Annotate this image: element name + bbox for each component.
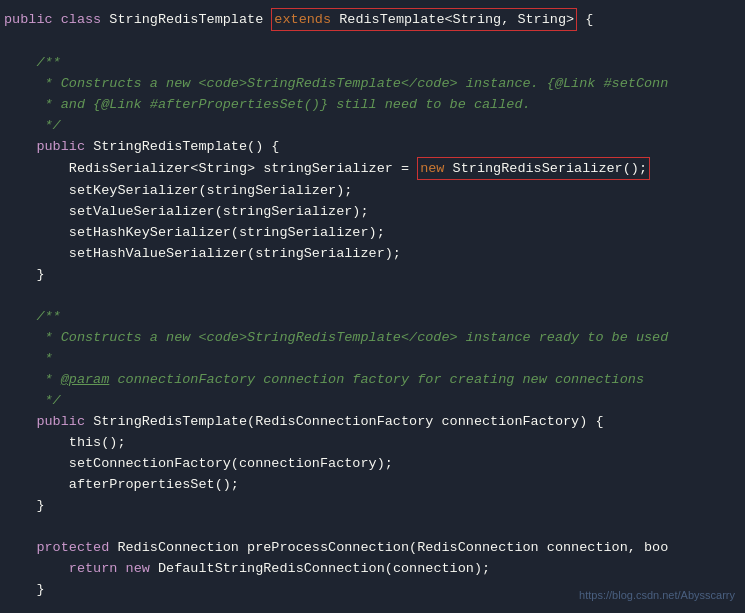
code-line-14 xyxy=(0,285,745,306)
keyword-new-2: new xyxy=(126,561,158,576)
keyword-public-2: public xyxy=(4,139,93,154)
line-content-26: protected RedisConnection preProcessConn… xyxy=(0,537,745,558)
code-line-26: protected RedisConnection preProcessConn… xyxy=(0,537,745,558)
line-content-9: setKeySerializer(stringSerializer); xyxy=(0,180,745,201)
pre-process-connection-decl: RedisConnection preProcessConnection(Red… xyxy=(117,540,668,555)
code-line-4: * Constructs a new <code>StringRedisTemp… xyxy=(0,73,745,94)
line-content-17: * xyxy=(0,348,745,369)
line-content-22: setConnectionFactory(connectionFactory); xyxy=(0,453,745,474)
line-content-5: * and {@Link #afterPropertiesSet()} stil… xyxy=(0,94,745,115)
line-content-4: * Constructs a new <code>StringRedisTemp… xyxy=(0,73,745,94)
close-brace-2: } xyxy=(4,498,45,513)
keyword-public: public xyxy=(4,12,61,27)
code-line-2 xyxy=(0,31,745,52)
code-line-19: */ xyxy=(0,390,745,411)
line-content-7: public StringRedisTemplate() { xyxy=(0,136,745,157)
keyword-class: class xyxy=(61,12,110,27)
line-content-8: RedisSerializer<String> stringSerializer… xyxy=(0,157,745,180)
keyword-public-3: public xyxy=(4,414,93,429)
code-line-25 xyxy=(0,516,745,537)
code-line-12: setHashValueSerializer(stringSerializer)… xyxy=(0,243,745,264)
comment-param-prefix: * xyxy=(4,372,61,387)
comment-star-2: * xyxy=(4,351,53,366)
extends-highlight: extends RedisTemplate<String, String> xyxy=(271,8,577,31)
line-content-14 xyxy=(0,285,745,306)
code-editor: public class StringRedisTemplate extends… xyxy=(0,0,745,613)
this-call: this(); xyxy=(4,435,126,450)
close-brace-3: } xyxy=(4,582,45,597)
code-line-22: setConnectionFactory(connectionFactory); xyxy=(0,453,745,474)
code-line-8: RedisSerializer<String> stringSerializer… xyxy=(0,157,745,180)
line-content-21: this(); xyxy=(0,432,745,453)
line-content-15: /** xyxy=(0,306,745,327)
extends-keyword: extends xyxy=(274,12,331,27)
class-name: StringRedisTemplate xyxy=(109,12,271,27)
watermark: https://blog.csdn.net/Abysscarry xyxy=(579,587,735,605)
default-string-redis-connection: DefaultStringRedisConnection(connection)… xyxy=(158,561,490,576)
code-line-5: * and {@Link #afterPropertiesSet()} stil… xyxy=(0,94,745,115)
constructor-2: StringRedisTemplate(RedisConnectionFacto… xyxy=(93,414,603,429)
code-line-18: * @param connectionFactory connection fa… xyxy=(0,369,745,390)
line-content-12: setHashValueSerializer(stringSerializer)… xyxy=(0,243,745,264)
code-line-20: public StringRedisTemplate(RedisConnecti… xyxy=(0,411,745,432)
line-content-10: setValueSerializer(stringSerializer); xyxy=(0,201,745,222)
line-content-25 xyxy=(0,516,745,537)
set-hash-key-serializer: setHashKeySerializer(stringSerializer); xyxy=(4,225,385,240)
line-content-11: setHashKeySerializer(stringSerializer); xyxy=(0,222,745,243)
set-value-serializer: setValueSerializer(stringSerializer); xyxy=(4,204,369,219)
line-content-24: } xyxy=(0,495,745,516)
comment-close-2: */ xyxy=(4,393,61,408)
code-line-23: afterPropertiesSet(); xyxy=(0,474,745,495)
code-line-16: * Constructs a new <code>StringRedisTemp… xyxy=(0,327,745,348)
code-line-9: setKeySerializer(stringSerializer); xyxy=(0,180,745,201)
code-line-10: setValueSerializer(stringSerializer); xyxy=(0,201,745,222)
serializer-decl: RedisSerializer<String> stringSerializer… xyxy=(4,161,417,176)
code-line-6: */ xyxy=(0,115,745,136)
new-instance: StringRedisSerializer(); xyxy=(453,161,647,176)
code-line-17: * xyxy=(0,348,745,369)
line-content-2 xyxy=(0,31,745,52)
line-content-13: } xyxy=(0,264,745,285)
line-content-16: * Constructs a new <code>StringRedisTemp… xyxy=(0,327,745,348)
keyword-new: new xyxy=(420,161,452,176)
code-line-11: setHashKeySerializer(stringSerializer); xyxy=(0,222,745,243)
comment-open: /** xyxy=(4,55,61,70)
line-content-27: return new DefaultStringRedisConnection(… xyxy=(0,558,745,579)
keyword-protected: protected xyxy=(4,540,117,555)
close-brace-1: } xyxy=(4,267,45,282)
keyword-return: return xyxy=(4,561,126,576)
code-line-1: public class StringRedisTemplate extends… xyxy=(0,8,745,31)
set-hash-value-serializer: setHashValueSerializer(stringSerializer)… xyxy=(4,246,401,261)
comment-close-1: */ xyxy=(4,118,61,133)
set-key-serializer: setKeySerializer(stringSerializer); xyxy=(4,183,352,198)
line-content-1: public class StringRedisTemplate extends… xyxy=(0,8,745,31)
line-content-6: */ xyxy=(0,115,745,136)
code-line-21: this(); xyxy=(0,432,745,453)
at-param-tag: @param xyxy=(61,372,110,387)
code-line-13: } xyxy=(0,264,745,285)
comment-param-text: connectionFactory connection factory for… xyxy=(109,372,644,387)
new-highlight: new StringRedisSerializer(); xyxy=(417,157,650,180)
code-line-15: /** xyxy=(0,306,745,327)
comment-open-2: /** xyxy=(4,309,61,324)
constructor-1: StringRedisTemplate() { xyxy=(93,139,279,154)
line-content-18: * @param connectionFactory connection fa… xyxy=(0,369,745,390)
code-line-7: public StringRedisTemplate() { xyxy=(0,136,745,157)
code-line-24: } xyxy=(0,495,745,516)
parent-class: RedisTemplate<String, String> xyxy=(331,12,574,27)
code-line-3: /** xyxy=(0,52,745,73)
after-properties-set: afterPropertiesSet(); xyxy=(4,477,239,492)
code-line-27: return new DefaultStringRedisConnection(… xyxy=(0,558,745,579)
set-connection-factory: setConnectionFactory(connectionFactory); xyxy=(4,456,393,471)
comment-text-1: * Constructs a new <code>StringRedisTemp… xyxy=(4,76,668,91)
open-brace: { xyxy=(577,12,593,27)
comment-text-3: * Constructs a new <code>StringRedisTemp… xyxy=(4,330,668,345)
line-content-19: */ xyxy=(0,390,745,411)
line-content-3: /** xyxy=(0,52,745,73)
line-content-23: afterPropertiesSet(); xyxy=(0,474,745,495)
line-content-20: public StringRedisTemplate(RedisConnecti… xyxy=(0,411,745,432)
comment-text-2: * and {@Link #afterPropertiesSet()} stil… xyxy=(4,97,531,112)
